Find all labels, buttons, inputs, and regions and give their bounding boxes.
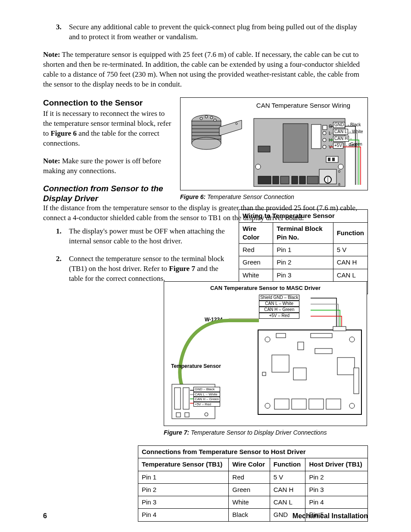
page-footer: 6 Mechanical Installation (43, 511, 368, 521)
svg-rect-30 (280, 176, 289, 184)
svg-rect-59 (309, 399, 324, 409)
svg-rect-51 (298, 342, 304, 350)
wire-label: +5V (333, 143, 343, 149)
note-text: The temperature sensor is equipped with … (43, 50, 360, 88)
svg-rect-50 (262, 372, 266, 376)
svg-rect-58 (292, 399, 306, 409)
wire-label: CAN L (333, 129, 348, 135)
svg-rect-55 (337, 358, 355, 375)
col-header: Function (333, 222, 367, 244)
list-text: The display's power must be OFF when att… (69, 227, 234, 246)
note-paragraph: Note: The temperature sensor is equipped… (43, 50, 368, 90)
figure-caption: Figure 7: Temperature Sensor to Display … (164, 429, 367, 437)
table-row: Pin 1Red5 VPin 2 (138, 471, 368, 483)
svg-rect-17 (258, 146, 270, 152)
note-label: Note: (43, 157, 60, 165)
table-row: WhitePin 3CAN L (239, 269, 368, 281)
svg-rect-33 (307, 176, 318, 184)
svg-text:0: 0 (338, 169, 340, 174)
svg-point-9 (200, 117, 202, 120)
figure-6: CAN Temperature Sensor Wiring (180, 97, 368, 190)
figure-7: CAN Temperature Sensor to MASC Driver Sh… (164, 281, 367, 426)
body-para: If it is necessary to reconnect the wire… (43, 109, 172, 149)
svg-rect-65 (185, 413, 189, 417)
svg-point-46 (349, 403, 355, 408)
svg-rect-20 (323, 125, 327, 130)
figure-reference: Figure 6 (50, 129, 77, 137)
svg-point-43 (265, 337, 270, 342)
wiring-table-2: Connections from Temperature Sensor to H… (138, 445, 368, 522)
caption-lead: Figure 7: (164, 429, 189, 436)
svg-rect-18 (283, 124, 308, 162)
caption-text: Temperature Sensor Connection (206, 193, 294, 200)
col-header: Host Driver (TB1) (305, 458, 368, 471)
list-item: 1. The display's power must be OFF when … (56, 227, 234, 246)
svg-rect-56 (354, 368, 359, 394)
table-row: GreenPin 2CAN H (239, 256, 368, 269)
wire-label: +5V – Red (193, 402, 220, 407)
caption-lead: Figure 6: (180, 193, 206, 200)
svg-rect-47 (333, 327, 346, 331)
list-text: Secure any additional cable to prevent t… (69, 22, 368, 42)
wire-suffix: - Red (346, 143, 356, 149)
svg-marker-8 (219, 120, 242, 136)
svg-rect-60 (326, 399, 341, 409)
svg-point-15 (255, 164, 261, 169)
note-text: Make sure the power is off before making… (43, 157, 161, 175)
svg-rect-63 (183, 388, 189, 409)
list-marker: 1. (56, 227, 69, 246)
figure-reference: Figure 7 (169, 264, 195, 273)
sensor-label: Temperature Sensor (171, 364, 221, 369)
svg-point-21 (323, 131, 326, 135)
svg-rect-32 (299, 176, 305, 184)
svg-rect-28 (258, 176, 271, 184)
svg-text:8: 8 (338, 182, 340, 187)
svg-point-12 (214, 119, 216, 121)
col-header: Function (270, 458, 305, 471)
wire-label: CAN H – Green (193, 397, 220, 402)
wire-label: GND (333, 122, 345, 128)
table-row: Pin 3WhiteCAN LPin 4 (138, 496, 368, 509)
svg-point-11 (210, 116, 213, 119)
table-title: Wiring to Temperature Sensor (239, 210, 368, 222)
wire-label: CAN H (333, 136, 349, 142)
svg-rect-54 (293, 368, 306, 380)
list-text: Connect the temperature sensor to the te… (69, 254, 234, 284)
svg-rect-48 (276, 333, 286, 338)
wire-suffix: - Black (348, 122, 361, 128)
subsection-heading: Connection from Sensor to the Display Dr… (43, 184, 172, 204)
figure-caption: Figure 6: Temperature Sensor Connection (180, 193, 368, 201)
caption-text: Temperature Sensor to Display Driver Con… (189, 429, 327, 436)
section2-list: 1. The display's power must be OFF when … (56, 227, 234, 284)
svg-rect-57 (274, 399, 289, 409)
list-marker: 2. (56, 254, 69, 284)
svg-rect-31 (292, 176, 298, 184)
footer-section-title: Mechanical Installation (293, 511, 368, 521)
page-number: 6 (43, 511, 47, 521)
col-header: Wire Color (239, 222, 273, 244)
list-item: 2. Connect the temperature sensor to the… (56, 254, 234, 284)
figure-title: CAN Temperature Sensor Wiring (256, 101, 350, 110)
svg-rect-49 (311, 333, 332, 338)
svg-point-44 (349, 337, 355, 342)
note-label: Note: (43, 50, 60, 59)
col-header: Temperature Sensor (TB1) (138, 458, 229, 471)
intro-ordered-list: 3. Secure any additional cable to preven… (56, 22, 368, 42)
note-paragraph: Note: Make sure the power is off before … (43, 156, 172, 176)
sensor-graphic (185, 108, 245, 160)
svg-rect-41 (332, 158, 335, 161)
svg-rect-64 (176, 413, 181, 417)
svg-rect-40 (328, 158, 330, 161)
svg-point-45 (265, 403, 270, 408)
col-header: Wire Color (229, 458, 270, 471)
svg-rect-53 (272, 355, 289, 372)
wire-label: GND – Black (193, 387, 220, 392)
wire-label: CAN L – White (193, 392, 220, 397)
col-header: Terminal Block Pin No. (273, 222, 333, 244)
list-item: 3. Secure any additional cable to preven… (56, 22, 368, 42)
table-row: RedPin 15 V (239, 244, 368, 256)
svg-point-13 (236, 123, 237, 124)
svg-point-23 (323, 145, 326, 149)
svg-rect-19 (311, 124, 321, 149)
svg-rect-62 (174, 388, 181, 409)
